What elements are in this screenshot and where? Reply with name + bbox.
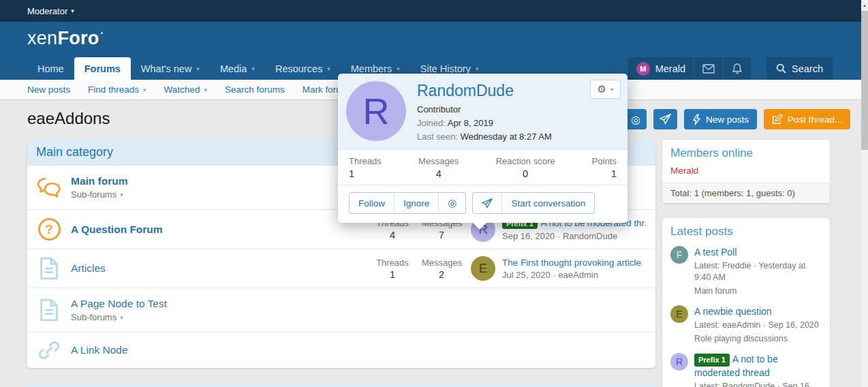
stat-value: 4 xyxy=(418,168,459,179)
member-joined-line: Joined: Apr 8, 2019 xyxy=(417,118,552,128)
thread-link[interactable]: The First thought provoking article xyxy=(502,258,641,268)
follow-button[interactable]: Follow xyxy=(350,193,394,213)
latest-post-meta[interactable]: Latest: RandomDude · Sep 16, xyxy=(694,381,822,387)
moderator-menu[interactable]: Moderator ▾ xyxy=(27,6,74,16)
latest-posts-title: Latest posts xyxy=(662,218,830,243)
latest-post-meta[interactable]: Latest: eaeAdmin · Sep 16, 2020 xyxy=(694,320,819,332)
avatar[interactable]: E xyxy=(670,305,688,323)
logo-foro: Foro xyxy=(57,28,99,48)
forum-row-page-node: A Page Node to Test Sub-forums ▾ xyxy=(27,288,655,332)
gear-icon: ⚙ xyxy=(598,83,606,95)
post-thread-label: Post thread... xyxy=(788,114,842,125)
alerts-button[interactable] xyxy=(723,57,751,80)
avatar[interactable]: R xyxy=(670,353,688,371)
threads-label: Threads xyxy=(373,258,412,268)
watch-member-button[interactable]: ◎ xyxy=(438,193,465,213)
nav-item-resources[interactable]: Resources ▾ xyxy=(265,57,341,80)
next-category-block xyxy=(27,382,655,387)
new-posts-button[interactable]: New posts xyxy=(684,109,757,129)
subnav-search-forums[interactable]: Search forums xyxy=(225,84,285,95)
share-button[interactable] xyxy=(653,109,677,129)
subnav-watched[interactable]: Watched ▾ xyxy=(164,84,207,95)
user-name: Merald xyxy=(655,63,685,74)
threads-count: 4 xyxy=(373,230,412,241)
thread-link[interactable]: A newbie question xyxy=(694,305,819,318)
link-icon xyxy=(36,339,62,362)
nav-site-history-label: Site History xyxy=(420,63,471,74)
nav-item-whats-new[interactable]: What's new ▾ xyxy=(131,57,210,80)
forum-link-question-forum[interactable]: A Question Forum xyxy=(71,223,163,236)
nav-item-home[interactable]: Home xyxy=(27,57,74,80)
stat-value: 1 xyxy=(592,168,617,179)
member-card-info: RandomDude Contributor Joined: Apr 8, 20… xyxy=(417,81,552,142)
stat-value: 1 xyxy=(349,168,382,179)
watch-forum-button[interactable]: ◎ xyxy=(625,109,647,129)
chevron-down-icon: ▾ xyxy=(397,65,400,72)
forum-link-page-node[interactable]: A Page Node to Test xyxy=(71,298,167,310)
member-tooltip-card: R RandomDude Contributor Joined: Apr 8, … xyxy=(338,74,627,223)
threads-stat: Threads 1 xyxy=(373,258,412,280)
bullseye-icon: ◎ xyxy=(448,197,456,209)
latest-post-body: A test Poll Latest: Freddie · Yesterday … xyxy=(694,246,822,297)
member-stats: Threads 1 Messages 4 Reaction score 0 Po… xyxy=(338,150,627,185)
avatar: M xyxy=(636,62,650,76)
nav-forums-label: Forums xyxy=(84,63,121,74)
members-online-total: Total: 1 (members: 1, guests: 0) xyxy=(662,183,830,203)
paper-plane-icon xyxy=(482,198,493,208)
forum-link[interactable]: Main forum xyxy=(694,285,822,298)
subforums-toggle[interactable]: Sub-forums ▾ xyxy=(71,312,647,322)
quick-message-button[interactable] xyxy=(473,193,501,213)
members-online-block: Members online Merald Total: 1 (members:… xyxy=(662,140,830,203)
last-seen-value: Wednesday at 8:27 AM xyxy=(461,131,552,142)
nav-item-media[interactable]: Media ▾ xyxy=(210,57,265,80)
forum-link[interactable]: Role playing discussions xyxy=(694,333,819,345)
chevron-down-icon: ▾ xyxy=(196,65,200,72)
compose-icon xyxy=(772,114,783,125)
nav-item-forums[interactable]: Forums xyxy=(74,57,131,80)
subforums-label: Sub-forums xyxy=(71,189,117,200)
xenforo-logo[interactable]: xenForo xyxy=(27,28,103,49)
member-card-actions: Follow Ignore ◎ Start conversation xyxy=(338,185,627,223)
logo-trademark-dot xyxy=(101,32,103,34)
online-member-link[interactable]: Merald xyxy=(670,166,698,176)
latest-post-meta[interactable]: Latest: Freddie · Yesterday at 9:40 AM xyxy=(694,260,822,284)
avatar[interactable]: R xyxy=(346,81,406,141)
thread-prefix-badge[interactable]: Prefix 1 xyxy=(694,354,730,367)
avatar[interactable]: E xyxy=(471,256,495,281)
forum-link-main-forum[interactable]: Main forum xyxy=(71,175,128,187)
avatar[interactable]: F xyxy=(670,246,688,264)
scrollbar-thumb[interactable] xyxy=(861,11,868,150)
subnav-find-threads[interactable]: Find threads ▾ xyxy=(88,84,146,95)
chevron-down-icon: ▾ xyxy=(476,65,479,72)
subnav-new-posts[interactable]: New posts xyxy=(27,84,70,95)
scrollbar[interactable]: ▲ xyxy=(861,0,868,387)
forum-link-link-node[interactable]: A Link Node xyxy=(71,344,128,356)
member-card-header: R RandomDude Contributor Joined: Apr 8, … xyxy=(338,74,627,150)
member-name-link[interactable]: RandomDude xyxy=(417,82,552,100)
last-post-meta[interactable]: Sep 16, 2020 · RandomDude xyxy=(502,231,647,241)
ignore-button[interactable]: Ignore xyxy=(394,193,438,213)
question-glyph: ? xyxy=(45,222,53,237)
member-options-button[interactable]: ⚙ ▾ xyxy=(590,80,621,99)
forum-link-articles[interactable]: Articles xyxy=(71,262,106,275)
joined-label: Joined: xyxy=(417,118,446,128)
forum-main: Articles xyxy=(71,262,373,275)
account-menu[interactable]: M Merald xyxy=(628,57,694,80)
post-thread-button[interactable]: Post thread... xyxy=(764,109,850,129)
forum-main: A Page Node to Test Sub-forums ▾ xyxy=(71,298,647,322)
thread-link[interactable]: A test Poll xyxy=(694,246,822,259)
page-title: eaeAddons xyxy=(27,109,110,128)
latest-post-body: A newbie question Latest: eaeAdmin · Sep… xyxy=(694,305,819,345)
threads-count: 1 xyxy=(373,269,412,280)
chevron-down-icon: ▾ xyxy=(120,314,123,321)
chevron-down-icon: ▾ xyxy=(204,87,207,93)
search-button[interactable]: Search xyxy=(766,57,833,80)
last-post-text: The First thought provoking article Jul … xyxy=(502,258,641,280)
stat-label: Threads xyxy=(349,156,382,166)
start-conversation-button[interactable]: Start conversation xyxy=(501,193,594,213)
latest-posts-block: Latest posts F A test Poll Latest: Fredd… xyxy=(662,218,830,387)
last-post-meta[interactable]: Jul 25, 2020 · eaeAdmin xyxy=(502,270,641,280)
messages-label: Messages xyxy=(422,258,461,268)
inbox-button[interactable] xyxy=(694,57,723,80)
scroll-up-button[interactable]: ▲ xyxy=(861,0,868,10)
